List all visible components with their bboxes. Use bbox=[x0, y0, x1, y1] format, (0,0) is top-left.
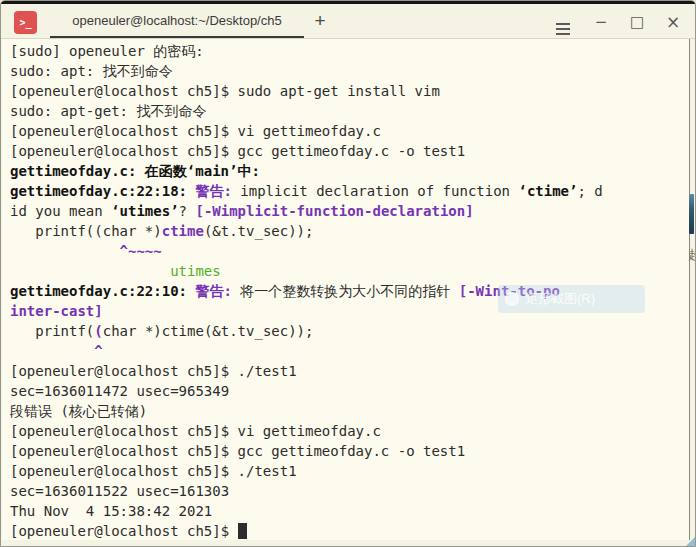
tab-active[interactable]: openeuler@localhost:~/Desktop/ch5 bbox=[50, 4, 304, 38]
terminal-line: printf((char *)ctime(&t.tv_sec)); bbox=[10, 321, 689, 341]
terminal-line: [openeuler@localhost ch5]$ ./test1 bbox=[10, 461, 689, 481]
terminal-line: gettimeofday.c:22:18: 警告: implicit decla… bbox=[10, 181, 689, 201]
terminal-line: [openeuler@localhost ch5]$ vi gettimeofd… bbox=[10, 421, 689, 441]
terminal-line: [openeuler@localhost ch5]$ gcc gettimeof… bbox=[10, 141, 689, 161]
terminal-line: sec=1636011472 usec=965349 bbox=[10, 381, 689, 401]
terminal-line: inter-cast] bbox=[10, 301, 689, 321]
titlebar[interactable]: >_ openeuler@localhost:~/Desktop/ch5 + −… bbox=[1, 4, 695, 39]
terminal-line: [openeuler@localhost ch5]$ sudo apt-get … bbox=[10, 81, 689, 101]
window-bottom-edge bbox=[1, 540, 695, 546]
terminal-line: sudo: apt-get: 找不到命令 bbox=[10, 101, 689, 121]
terminal-line: [sudo] openeuler 的密码: bbox=[10, 41, 689, 61]
terminal-line: sec=1636011522 usec=161303 bbox=[10, 481, 689, 501]
terminal-window: >_ openeuler@localhost:~/Desktop/ch5 + −… bbox=[0, 0, 696, 547]
terminal-output[interactable]: [sudo] openeuler 的密码:sudo: apt: 找不到命令[op… bbox=[2, 39, 690, 540]
terminal-line: [openeuler@localhost ch5]$ vi gettimeofd… bbox=[10, 121, 689, 141]
tab-title: openeuler@localhost:~/Desktop/ch5 bbox=[72, 13, 281, 28]
terminal-line: sudo: apt: 找不到命令 bbox=[10, 61, 689, 81]
terminal-line: Thu Nov 4 15:38:42 2021 bbox=[10, 501, 689, 521]
clipped-edge-glyph: 超 bbox=[688, 247, 695, 263]
terminal-line: ^ bbox=[10, 341, 689, 361]
terminal-line: id you mean ‘utimes’? [-Wimplicit-functi… bbox=[10, 201, 689, 221]
resize-grip[interactable] bbox=[686, 537, 695, 546]
close-button[interactable]: × bbox=[659, 8, 687, 36]
minimize-button[interactable]: − bbox=[587, 8, 615, 36]
terminal-line: printf((char *)ctime(&t.tv_sec)); bbox=[10, 221, 689, 241]
maximize-button[interactable]: □ bbox=[623, 8, 651, 36]
terminal-app-icon: >_ bbox=[14, 11, 37, 34]
terminal-line: 段错误 (核心已转储) bbox=[10, 401, 689, 421]
terminal-line: ^~~~~ bbox=[10, 241, 689, 261]
terminal-cursor bbox=[238, 523, 247, 539]
menu-button[interactable] bbox=[549, 8, 577, 36]
terminal-line: [openeuler@localhost ch5]$ bbox=[10, 521, 689, 541]
terminal-line: [openeuler@localhost ch5]$ gcc gettimeof… bbox=[10, 441, 689, 461]
scrollbar-thumb[interactable] bbox=[689, 194, 694, 234]
terminal-line: [openeuler@localhost ch5]$ ./test1 bbox=[10, 361, 689, 381]
terminal-line: utimes bbox=[10, 261, 689, 281]
terminal-line: gettimeofday.c:22:10: 警告: 将一个整数转换为大小不同的指… bbox=[10, 281, 689, 301]
terminal-line: gettimeofday.c: 在函数‘main’中: bbox=[10, 161, 689, 181]
new-tab-button[interactable]: + bbox=[307, 8, 333, 34]
hamburger-icon bbox=[556, 28, 570, 30]
